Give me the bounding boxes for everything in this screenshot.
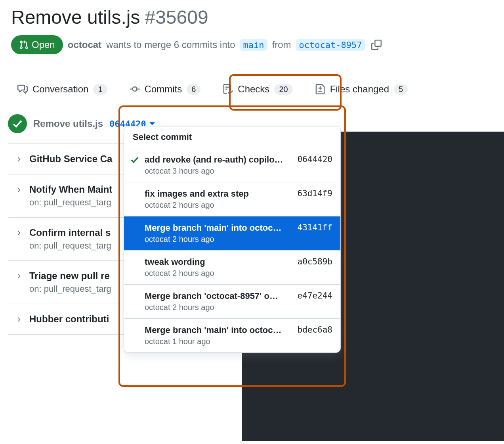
- check-group-name: Confirm internal s: [29, 227, 111, 238]
- check-group-trigger: on: pull_request_targ: [29, 284, 111, 294]
- chevron-right-icon: [15, 273, 22, 280]
- pr-number: #35609: [145, 6, 208, 28]
- tab-commits[interactable]: Commits 6: [125, 78, 206, 102]
- commit-item-sha: e47e244: [297, 291, 332, 300]
- tab-conversation-count: 1: [93, 84, 107, 95]
- git-pull-request-icon: [19, 40, 29, 50]
- status-success-icon: [8, 114, 27, 133]
- pr-header: Remove utils.js #35609 Open octocat want…: [0, 0, 504, 54]
- dropdown-header: Select commit: [124, 126, 340, 148]
- git-commit-icon: [130, 84, 140, 94]
- commit-item-sha: 0644420: [297, 155, 332, 164]
- check-group-trigger: on: pull_request_targ: [29, 241, 111, 251]
- pr-author[interactable]: octocat: [68, 39, 101, 50]
- tab-conversation-label: Conversation: [32, 84, 88, 95]
- tab-checks-label: Checks: [238, 84, 269, 95]
- commit-dropdown-item[interactable]: tweak wordingoctocat 2 hours agoa0c589b: [124, 251, 340, 285]
- check-icon: [130, 155, 140, 166]
- checks-sidebar: Remove utils.js 0644420 GitHub Service C…: [0, 102, 242, 441]
- commit-item-title: tweak wording: [145, 257, 292, 267]
- tab-files-label: Files changed: [330, 84, 389, 95]
- caret-down-icon: [149, 122, 155, 125]
- copy-icon[interactable]: [371, 40, 382, 50]
- pr-meta-row: Open octocat wants to merge 6 commits in…: [11, 35, 493, 54]
- commit-item-title: Merge branch 'main' into octoc…: [145, 325, 292, 335]
- commit-item-sha: a0c589b: [297, 257, 332, 266]
- commit-item-title: add revoke (and re-auth) copilo…: [145, 155, 292, 165]
- chevron-right-icon: [15, 186, 22, 193]
- pr-tabs: Conversation 1 Commits 6 Checks 20 Files…: [0, 78, 504, 102]
- commit-dropdown-item[interactable]: Merge branch 'octocat-8957' o…octocat 2 …: [124, 285, 340, 319]
- commit-item-meta: octocat 1 hour ago: [145, 337, 292, 346]
- tab-conversation[interactable]: Conversation 1: [13, 78, 112, 102]
- check-group-trigger: on: pull_request_targ: [29, 197, 112, 208]
- check-group-name: Notify When Maint: [29, 184, 112, 195]
- tab-files-count: 5: [394, 84, 408, 95]
- commit-item-meta: octocat 2 hours ago: [145, 235, 292, 244]
- tab-checks-count: 20: [274, 84, 292, 95]
- pr-merge-text-2: from: [272, 39, 291, 50]
- chevron-right-icon: [15, 316, 22, 323]
- pr-state-badge: Open: [11, 35, 63, 54]
- head-branch[interactable]: octocat-8957: [296, 39, 365, 51]
- commit-dropdown-item[interactable]: Merge branch 'main' into octoc…octocat 1…: [124, 319, 340, 352]
- commit-item-meta: octocat 2 hours ago: [145, 303, 292, 312]
- tab-commits-count: 6: [187, 84, 200, 95]
- commit-item-meta: octocat 3 hours ago: [145, 166, 292, 176]
- file-diff-icon: [315, 84, 325, 94]
- commit-dropdown-item[interactable]: add revoke (and re-auth) copilo…octocat …: [124, 148, 340, 182]
- tab-files-changed[interactable]: Files changed 5: [310, 78, 413, 102]
- tab-commits-label: Commits: [145, 84, 182, 95]
- tab-checks[interactable]: Checks 20: [218, 78, 297, 102]
- commit-item-title: fix images and extra step: [145, 189, 292, 199]
- commit-header-title: Remove utils.js: [33, 118, 103, 129]
- commit-item-sha: 43141ff: [297, 223, 332, 232]
- check-group-name: Hubber contributi: [29, 314, 109, 325]
- commit-dropdown-item[interactable]: fix images and extra stepoctocat 2 hours…: [124, 182, 340, 216]
- chevron-right-icon: [15, 156, 22, 163]
- check-group-name: Triage new pull re: [29, 270, 111, 281]
- select-commit-dropdown: Select commit add revoke (and re-auth) c…: [124, 126, 341, 353]
- checklist-icon: [223, 84, 233, 94]
- commit-item-meta: octocat 2 hours ago: [145, 269, 292, 278]
- commit-item-sha: 63d14f9: [297, 189, 332, 198]
- commit-item-title: Merge branch 'main' into octoc…: [145, 223, 292, 233]
- check-group-name: GitHub Service Ca: [29, 153, 112, 165]
- base-branch[interactable]: main: [240, 39, 267, 51]
- comment-discussion-icon: [17, 84, 28, 94]
- pr-merge-text-1: wants to merge 6 commits into: [106, 39, 235, 50]
- commit-item-title: Merge branch 'octocat-8957' o…: [145, 291, 292, 301]
- commit-item-meta: octocat 2 hours ago: [145, 201, 292, 210]
- commit-item-sha: bdec6a8: [297, 325, 332, 335]
- pr-state-label: Open: [32, 39, 55, 50]
- chevron-right-icon: [15, 230, 22, 237]
- commit-dropdown-item[interactable]: Merge branch 'main' into octoc…octocat 2…: [124, 216, 340, 251]
- pr-title: Remove utils.js: [11, 6, 140, 28]
